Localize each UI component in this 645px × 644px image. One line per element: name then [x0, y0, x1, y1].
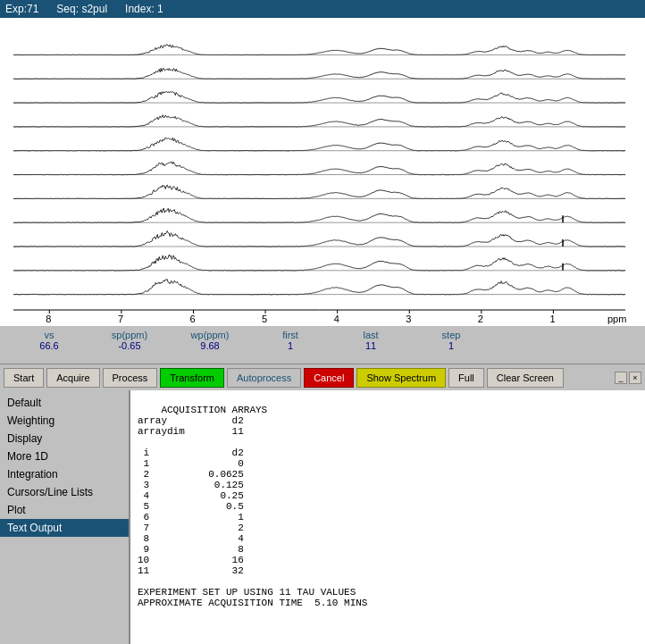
show-spectrum-button[interactable]: Show Spectrum — [356, 368, 446, 388]
first-label: first — [282, 330, 298, 340]
clear-screen-button[interactable]: Clear Screen — [487, 368, 564, 388]
process-button[interactable]: Process — [103, 368, 158, 388]
title-bar: Exp:71 Seq: s2pul Index: 1 — [0, 0, 645, 18]
sidebar-item-more1d[interactable]: More 1D — [0, 447, 129, 465]
first-param: first 1 — [250, 328, 331, 353]
sidebar-item-display[interactable]: Display — [0, 430, 129, 447]
sidebar-item-default[interactable]: Default — [0, 394, 129, 412]
step-label: step — [442, 330, 461, 340]
sidebar-item-weighting[interactable]: Weighting — [0, 412, 129, 430]
step-value: 1 — [448, 340, 454, 351]
step-param: step 1 — [411, 328, 491, 353]
spectrum-area — [0, 18, 645, 326]
seq-label: Seq: s2pul — [56, 3, 107, 15]
sp-value: -0.65 — [118, 340, 140, 351]
sidebar-item-integration[interactable]: Integration — [0, 465, 129, 483]
vs-value: 66.6 — [39, 340, 58, 351]
vs-param: vs 66.6 — [9, 328, 89, 353]
main-content: Default Weighting Display More 1D Integr… — [0, 390, 645, 644]
close-button[interactable]: × — [629, 372, 641, 384]
sp-param: sp(ppm) -0.65 — [89, 328, 170, 353]
last-label: last — [363, 330, 378, 340]
wp-label: wp(ppm) — [191, 330, 230, 340]
wp-param: wp(ppm) 9.68 — [170, 328, 250, 353]
start-button[interactable]: Start — [4, 368, 44, 388]
index-label: Index: 1 — [125, 3, 163, 15]
autoprocess-button[interactable]: Autoprocess — [227, 368, 301, 388]
sp-label: sp(ppm) — [112, 330, 147, 340]
spectrum-canvas — [0, 18, 645, 326]
vs-label: vs — [45, 330, 54, 340]
acquire-button[interactable]: Acquire — [46, 368, 99, 388]
cancel-button[interactable]: Cancel — [304, 368, 354, 388]
wp-value: 9.68 — [200, 340, 219, 351]
sidebar: Default Weighting Display More 1D Integr… — [0, 390, 130, 644]
first-value: 1 — [288, 340, 293, 351]
exp-label: Exp:71 — [5, 3, 38, 15]
sidebar-item-plot[interactable]: Plot — [0, 501, 129, 519]
last-param: last 11 — [331, 328, 411, 353]
sidebar-item-textoutput[interactable]: Text Output — [0, 519, 129, 537]
toolbar: Start Acquire Process Transform Autoproc… — [0, 364, 645, 390]
text-output-content: ACQUISITION ARRAYS array d2 arraydim 11 … — [138, 405, 367, 608]
minimize-button[interactable]: _ — [615, 372, 627, 384]
sidebar-item-cursors[interactable]: Cursors/Line Lists — [0, 483, 129, 501]
full-button[interactable]: Full — [448, 368, 484, 388]
transform-button[interactable]: Transform — [160, 368, 224, 388]
text-output-area[interactable]: ACQUISITION ARRAYS array d2 arraydim 11 … — [130, 390, 645, 644]
params-bar: vs 66.6 sp(ppm) -0.65 wp(ppm) 9.68 first… — [0, 326, 645, 364]
window-controls: _ × — [615, 372, 641, 384]
last-value: 11 — [365, 340, 376, 351]
